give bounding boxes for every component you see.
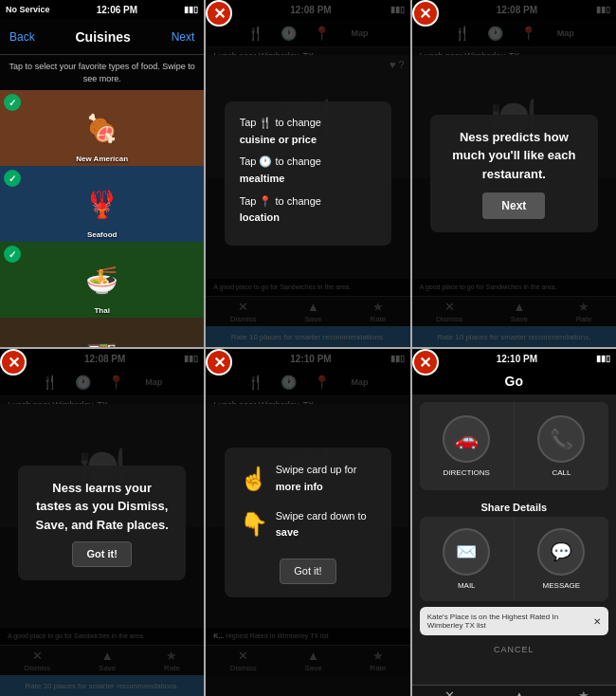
cell-go: ✕ bbile 12:10 PM ▮▮▯ Go 🚗 DIRECTIONS 📞 — [412, 349, 616, 696]
got-it-btn-5[interactable]: Got it! — [280, 559, 335, 585]
message-icon-circle: 💬 — [537, 528, 585, 576]
rate-icon-6: ★ — [578, 688, 589, 696]
food-grid: 🍖✓New American🦞✓Seafood🍜✓Thai🍱Vietnamese… — [0, 90, 204, 347]
cell-tooltip3: ✕ bbile 12:08 PM ▮▮▯ 🍴 🕐 📍 Map Lunch nea… — [0, 349, 204, 696]
red-x-6[interactable]: ✕ — [412, 349, 439, 375]
food-label: Seafood — [0, 230, 204, 239]
food-label: Thai — [0, 306, 204, 315]
red-x-4[interactable]: ✕ — [0, 349, 27, 375]
cell-cuisines: No Service 12:06 PM ▮▮▯ Back Cuisines Ne… — [0, 0, 204, 347]
time-6: 12:10 PM — [497, 354, 537, 364]
directions-btn[interactable]: 🚗 DIRECTIONS — [420, 402, 514, 490]
call-icon-circle: 📞 — [537, 415, 585, 463]
directions-icon: 🚗 — [455, 428, 479, 450]
swipe-down-text: Swipe card down to save — [276, 510, 367, 539]
bottom-toolbar-6: ✕ Dismiss ▲ Save ★ Rate — [412, 685, 616, 696]
red-x-3[interactable]: ✕ — [412, 0, 439, 27]
call-btn[interactable]: 📞 CALL — [515, 402, 608, 490]
share-title: Share Details — [420, 498, 608, 517]
tooltip-card-3: Ness predicts how much you'll like each … — [430, 115, 598, 233]
cuisine-subtitle: Tap to select your favorite types of foo… — [0, 55, 204, 90]
go-title: Go — [412, 368, 616, 394]
message-label: MESSAGE — [543, 581, 581, 590]
mail-icon: ✉️ — [456, 541, 477, 562]
nav-title-1: Cuisines — [35, 29, 172, 45]
dismiss-btn-6[interactable]: ✕ Dismiss — [436, 688, 462, 696]
food-item[interactable]: 🦞✓Seafood — [0, 166, 204, 242]
tip-text-3: Ness predicts how much you'll like each … — [452, 130, 575, 181]
directions-label: DIRECTIONS — [444, 468, 490, 477]
call-label: CALL — [552, 468, 571, 477]
overlay-2: Tap 🍴 to changecuisine or price Tap 🕐 to… — [206, 0, 409, 347]
status-bar-1: No Service 12:06 PM ▮▮▯ — [0, 0, 204, 19]
tip-line-1: Tap 🍴 to changecuisine or price — [240, 115, 377, 148]
cell-tooltip2: ✕ bbile 12:08 PM ▮▮▯ 🍴 🕐 📍 Map Lunch nea… — [412, 0, 616, 347]
close-notification-icon[interactable]: ✕ — [593, 616, 601, 627]
battery-6: ▮▮▯ — [596, 354, 610, 363]
next-btn-3[interactable]: Next — [482, 192, 545, 219]
tip-text-4: Ness learns your tastes as you Dismiss, … — [36, 481, 169, 532]
go-screen: Go 🚗 DIRECTIONS 📞 CALL Share Details — [412, 368, 616, 696]
directions-icon-circle: 🚗 — [443, 415, 490, 463]
call-icon: 📞 — [550, 428, 573, 450]
message-btn[interactable]: 💬 MESSAGE — [515, 517, 608, 601]
share-buttons: ✉️ MAIL 💬 MESSAGE — [420, 517, 608, 601]
cell-tooltip1: ✕ bbile 12:08 PM ▮▮▯ 🍴 🕐 📍 Map Lunch nea… — [206, 0, 409, 347]
back-button[interactable]: Back — [9, 30, 35, 44]
food-label: New American — [0, 155, 204, 163]
main-grid: No Service 12:06 PM ▮▮▯ Back Cuisines Ne… — [0, 0, 616, 696]
overlay-5: ☝️ Swipe card up for more info 👇 Swipe c… — [206, 349, 409, 696]
next-button-1[interactable]: Next — [172, 30, 195, 44]
rate-btn-6[interactable]: ★ Rate — [576, 688, 592, 696]
nav-bar-1: Back Cuisines Next — [0, 19, 204, 55]
tip-line-2: Tap 🕐 to changemealtime — [240, 154, 377, 187]
cancel-button[interactable]: CANCEL — [494, 645, 534, 654]
save-icon-6: ▲ — [513, 688, 525, 696]
food-item[interactable]: 🍱Vietnamese — [0, 318, 204, 347]
tip-line-3: Tap 📍 to changelocation — [240, 193, 377, 227]
go-action-buttons: 🚗 DIRECTIONS 📞 CALL — [420, 402, 608, 490]
carrier-1: No Service — [6, 5, 50, 14]
time-1: 12:06 PM — [97, 5, 137, 15]
swipe-up-text: Swipe card up for more info — [276, 464, 357, 492]
overlay-3: Ness predicts how much you'll like each … — [412, 0, 616, 347]
notification-bar: Kate's Place is on the Highest Rated In … — [420, 607, 608, 635]
got-it-btn-4[interactable]: Got it! — [72, 541, 131, 567]
tooltip-card-2: Tap 🍴 to changecuisine or price Tap 🕐 to… — [225, 101, 392, 246]
overlay-4: Ness learns your tastes as you Dismiss, … — [0, 349, 204, 696]
message-icon: 💬 — [551, 541, 571, 562]
cell-tooltip4: ✕ bbile 12:10 PM ▮▮▯ 🍴 🕐 📍 Map Lunch nea… — [206, 349, 409, 696]
status-bar-6: bbile 12:10 PM ▮▮▯ — [412, 349, 616, 368]
tooltip-card-4: Ness learns your tastes as you Dismiss, … — [18, 466, 186, 580]
dismiss-icon-6: ✕ — [444, 688, 455, 696]
mail-icon-circle: ✉️ — [443, 528, 490, 576]
tooltip-card-5: ☝️ Swipe card up for more info 👇 Swipe c… — [225, 448, 392, 597]
mail-btn[interactable]: ✉️ MAIL — [420, 517, 514, 601]
share-section: Share Details ✉️ MAIL 💬 MESSAGE — [420, 498, 608, 601]
food-item[interactable]: 🍖✓New American — [0, 90, 204, 166]
notification-text: Kate's Place is on the Highest Rated In … — [427, 613, 588, 630]
food-item[interactable]: 🍜✓Thai — [0, 242, 204, 318]
mail-label: MAIL — [458, 581, 476, 590]
battery-1: ▮▮▯ — [184, 5, 198, 14]
cancel-row: CANCEL — [412, 641, 616, 658]
swipe-visuals: ☝️ Swipe card up for more info 👇 Swipe c… — [240, 461, 377, 543]
save-btn-6[interactable]: ▲ Save — [511, 688, 528, 696]
